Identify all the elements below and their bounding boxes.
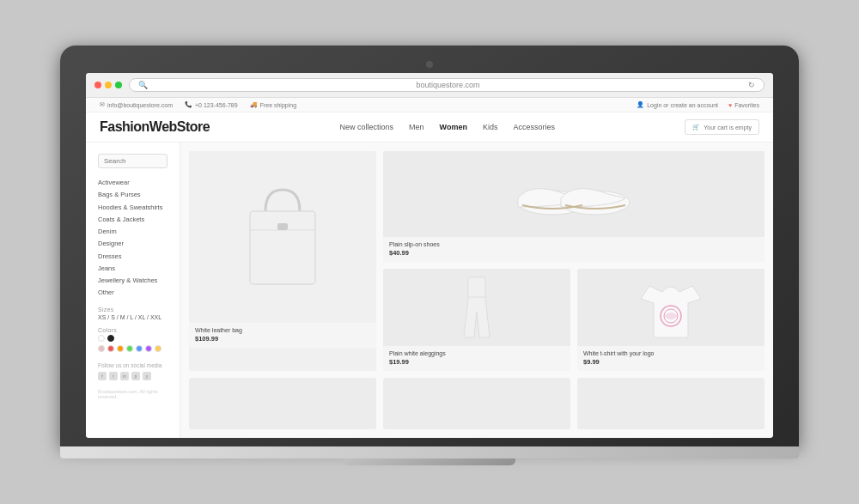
category-list: Activewear Bags & Purses Hoodies & Sweat… (98, 177, 168, 300)
info-right: 👤 Login or create an account ♥ Favorites (637, 101, 759, 108)
product-name-leggings: Plain white aleggings (389, 350, 564, 356)
product-image-tshirt (577, 269, 765, 346)
phone-item: 📞 +0 123-456-789 (185, 101, 238, 108)
brand-logo[interactable]: FashionWebStore (100, 119, 210, 135)
product-image-shoes (383, 151, 765, 237)
color-orange[interactable] (117, 345, 124, 352)
login-item[interactable]: 👤 Login or create an account (637, 101, 718, 108)
product-grid: White leather bag $109.99 (180, 143, 773, 438)
nav-links: New collections Men Women Kids Accessori… (340, 123, 555, 131)
color-swatches (98, 335, 168, 342)
color-white[interactable] (98, 335, 105, 342)
sizes-title: Sizes (98, 307, 168, 313)
favorites-text: Favorites (734, 102, 759, 108)
category-hoodies[interactable]: Hoodies & Sweatshirts (98, 202, 168, 214)
product-price-bag: $109.99 (195, 335, 370, 343)
main-nav: FashionWebStore New collections Men Wome… (86, 112, 773, 143)
bag-illustration (231, 168, 334, 306)
color-pink[interactable] (98, 345, 105, 352)
color-blue[interactable] (136, 345, 143, 352)
phone-text: +0 123-456-789 (195, 102, 238, 108)
product-card-tshirt[interactable]: White t-shirt with your logo $9.99 (577, 269, 765, 371)
tshirt-illustration (641, 273, 701, 342)
product-card-partial-3[interactable] (577, 378, 765, 429)
category-jewellery[interactable]: Jewellery & Watches (98, 275, 168, 287)
product-card-bag[interactable]: White leather bag $109.99 (189, 151, 376, 371)
product-name-bag: White leather bag (195, 327, 370, 333)
favorites-item[interactable]: ♥ Favorites (728, 102, 759, 108)
laptop-base (60, 446, 799, 458)
category-dresses[interactable]: Dresses (98, 251, 168, 263)
category-denim[interactable]: Denim (98, 226, 168, 238)
traffic-lights (94, 82, 122, 88)
instagram-icon[interactable]: in (120, 372, 129, 380)
cart-button[interactable]: 🛒 Your cart is empty (685, 119, 759, 135)
svg-rect-2 (277, 223, 288, 230)
close-button[interactable] (94, 82, 101, 88)
leggings-illustration (455, 273, 498, 342)
product-name-shoes: Plain slip-on shoes (389, 241, 758, 247)
camera (426, 61, 433, 68)
maximize-button[interactable] (115, 82, 122, 88)
product-image-bag (189, 151, 376, 323)
sizes-list[interactable]: XS / S / M / L / XL / XXL (98, 314, 168, 320)
heart-icon: ♥ (728, 102, 732, 108)
login-text: Login or create an account (647, 102, 718, 108)
browser-chrome: 🔍 boutiquestore.com ↻ (86, 73, 773, 98)
phone-icon: 📞 (185, 101, 192, 108)
url-text: boutiquestore.com (416, 81, 479, 89)
nav-new-collections[interactable]: New collections (340, 123, 394, 131)
social-section: Follow us on social media f t in p y (98, 362, 168, 380)
colors-title: Colors (98, 327, 168, 333)
nav-accessories[interactable]: Accessories (513, 123, 555, 131)
category-coats[interactable]: Coats & Jackets (98, 214, 168, 226)
sidebar-search-input[interactable] (98, 154, 168, 168)
shipping-text: Free shipping (260, 102, 296, 108)
twitter-icon[interactable]: t (109, 372, 118, 380)
category-other[interactable]: Other (98, 287, 168, 299)
category-activewear[interactable]: Activewear (98, 177, 168, 189)
shipping-item: 🚚 Free shipping (250, 101, 296, 108)
product-info-bag: White leather bag $109.99 (189, 323, 376, 348)
shoes-illustration (505, 164, 643, 224)
social-title: Follow us on social media (98, 362, 168, 368)
product-image-leggings (383, 269, 570, 346)
category-jeans[interactable]: Jeans (98, 263, 168, 275)
color-black[interactable] (107, 335, 114, 342)
product-name-tshirt: White t-shirt with your logo (583, 350, 758, 356)
nav-kids[interactable]: Kids (483, 123, 498, 131)
info-left: ✉ info@boutiquestore.com 📞 +0 123-456-78… (100, 101, 296, 108)
url-bar[interactable]: 🔍 boutiquestore.com ↻ (129, 78, 765, 92)
screen-content: 🔍 boutiquestore.com ↻ ✉ info@boutiquesto… (86, 73, 773, 438)
product-info-shoes: Plain slip-on shoes $40.99 (383, 237, 765, 262)
truck-icon: 🚚 (250, 101, 258, 108)
refresh-icon: ↻ (748, 81, 755, 89)
cart-icon: 🛒 (692, 124, 700, 131)
cart-text: Your cart is empty (704, 124, 752, 131)
minimize-button[interactable] (105, 82, 112, 88)
category-designer[interactable]: Designer (98, 238, 168, 250)
youtube-icon[interactable]: y (143, 372, 151, 380)
svg-rect-0 (250, 211, 315, 284)
color-purple[interactable] (145, 345, 152, 352)
product-price-tshirt: $9.99 (583, 358, 758, 366)
product-info-tshirt: White t-shirt with your logo $9.99 (577, 346, 765, 371)
screen-bezel: 🔍 boutiquestore.com ↻ ✉ info@boutiquesto… (60, 46, 799, 446)
product-price-leggings: $19.99 (389, 358, 564, 366)
category-bags[interactable]: Bags & Purses (98, 189, 168, 201)
color-green[interactable] (126, 345, 133, 352)
product-card-partial-1[interactable] (189, 378, 376, 429)
product-info-leggings: Plain white aleggings $19.99 (383, 346, 570, 371)
color-yellow[interactable] (155, 345, 161, 352)
pinterest-icon[interactable]: p (131, 372, 140, 380)
facebook-icon[interactable]: f (98, 372, 107, 380)
product-card-shoes[interactable]: Plain slip-on shoes $40.99 (383, 151, 765, 262)
color-red[interactable] (107, 345, 114, 352)
email-text: info@boutiquestore.com (107, 102, 173, 108)
product-card-partial-2[interactable] (383, 378, 570, 429)
svg-rect-5 (468, 277, 485, 299)
nav-women[interactable]: Women (440, 123, 467, 131)
product-card-leggings[interactable]: Plain white aleggings $19.99 (383, 269, 570, 371)
nav-men[interactable]: Men (409, 123, 424, 131)
info-bar: ✉ info@boutiquestore.com 📞 +0 123-456-78… (86, 98, 773, 112)
